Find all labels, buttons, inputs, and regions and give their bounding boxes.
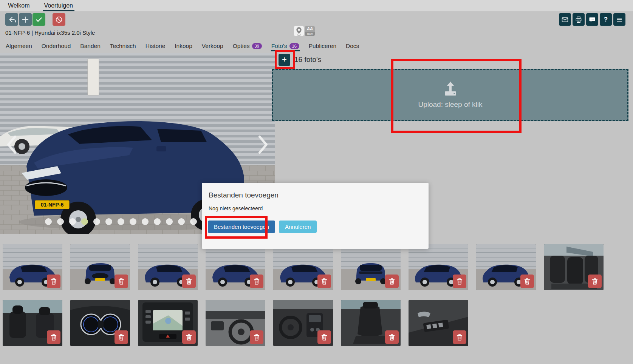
tab-welkom[interactable]: Welkom <box>6 0 31 11</box>
delete-photo-button[interactable] <box>115 275 128 288</box>
tab-technisch[interactable]: Technisch <box>110 41 136 51</box>
carousel-dot[interactable] <box>142 218 149 225</box>
delete-photo-button[interactable] <box>317 275 331 288</box>
tab-verkoop[interactable]: Verkoop <box>201 41 224 51</box>
location-pin-icon[interactable] <box>294 26 304 36</box>
add-files-button[interactable]: Bestanden toevoegen <box>208 221 275 233</box>
menu-icon <box>616 16 623 23</box>
photo-thumbnail-ext-rear-angle-right[interactable] <box>409 244 468 290</box>
tab-docs[interactable]: Docs <box>345 41 359 51</box>
tab-label: Foto's <box>271 43 287 49</box>
photo-thumbnail-ext-rear[interactable] <box>341 244 401 290</box>
delete-photo-button[interactable] <box>250 275 263 288</box>
print-button[interactable] <box>573 13 585 26</box>
photo-thumbnail-int-gauges[interactable] <box>70 300 130 346</box>
trash-icon <box>185 333 193 341</box>
upload-label: Upload: sleep of klik <box>418 100 482 109</box>
delete-photo-button[interactable] <box>385 330 399 344</box>
carousel-dot[interactable] <box>81 218 88 225</box>
photo-thumbnail-ext-angle-left[interactable] <box>206 244 265 290</box>
photo-thumbnail-int-nav[interactable] <box>138 300 198 346</box>
plus-icon: + <box>282 55 287 64</box>
trash-icon <box>50 277 58 285</box>
trash-icon <box>50 333 58 341</box>
photo-thumbnail-int-dash[interactable] <box>206 300 265 346</box>
photo-thumbnail-int-front-seats[interactable] <box>3 300 62 346</box>
upload-icon <box>442 81 459 97</box>
carousel-dot[interactable] <box>130 218 136 225</box>
photo-thumbnail-int-console[interactable] <box>273 300 333 346</box>
tab-label: Historie <box>145 43 166 49</box>
tab-foto-s[interactable]: Foto's16 <box>271 41 300 51</box>
aa-team-text: AA <box>305 26 315 32</box>
trash-icon <box>455 277 464 285</box>
carousel-dot[interactable] <box>45 218 52 225</box>
photo-thumbnail-ext-rear-angle-left[interactable] <box>273 244 333 290</box>
carousel-dot[interactable] <box>154 218 161 225</box>
photo-thumbnail-ext-angle-left[interactable] <box>3 244 62 290</box>
trash-icon <box>320 333 328 341</box>
carousel-dot[interactable] <box>166 218 173 225</box>
delete-photo-button[interactable] <box>182 330 196 344</box>
tab-welkom-label: Welkom <box>8 2 30 9</box>
delete-photo-button[interactable] <box>182 275 196 288</box>
delete-photo-button[interactable] <box>520 275 534 288</box>
add-files-dialog: Bestanden toevoegen Nog niets geselectee… <box>202 183 429 249</box>
tab-publiceren[interactable]: Publiceren <box>308 41 337 51</box>
carousel-dot[interactable] <box>69 218 76 225</box>
delete-photo-button[interactable] <box>250 330 263 344</box>
aa-team-subtext: team <box>305 32 315 36</box>
delete-photo-button[interactable] <box>588 275 602 288</box>
tab-label: Banden <box>80 43 100 49</box>
cancel-button[interactable]: Annuleren <box>279 221 317 233</box>
tab-label: Technisch <box>110 43 136 49</box>
delete-photo-button[interactable] <box>385 275 399 288</box>
delete-photo-button[interactable] <box>47 330 60 344</box>
aa-team-icon[interactable]: AA team <box>305 26 315 36</box>
carousel-dot[interactable] <box>178 218 185 225</box>
photo-thumbnail-ext-side-left[interactable] <box>138 244 198 290</box>
thumbnail-row-2 <box>3 300 468 346</box>
carousel-dot[interactable] <box>190 218 197 225</box>
mail-button[interactable] <box>559 13 571 26</box>
help-button[interactable]: ? <box>600 13 612 26</box>
carousel-dot[interactable] <box>118 218 124 225</box>
trash-icon <box>117 333 125 341</box>
tab-opties[interactable]: Opties39 <box>232 41 262 51</box>
tab-badge: 16 <box>289 43 299 49</box>
carousel-dot[interactable] <box>93 218 100 225</box>
tab-historie[interactable]: Historie <box>145 41 166 51</box>
menu-button[interactable] <box>613 13 625 26</box>
tab-banden[interactable]: Banden <box>80 41 101 51</box>
photo-thumbnail-int-seat[interactable] <box>341 300 401 346</box>
delete-photo-button[interactable] <box>47 275 60 288</box>
back-icon <box>7 15 16 24</box>
carousel-dot[interactable] <box>105 218 112 225</box>
delete-photo-button[interactable] <box>115 330 128 344</box>
trash-icon <box>455 333 464 341</box>
block-button[interactable] <box>53 13 65 26</box>
photo-thumbnail-int-door[interactable] <box>409 300 468 346</box>
back-button[interactable] <box>5 13 18 26</box>
add-vehicle-button[interactable] <box>19 13 32 26</box>
tab-badge: 39 <box>252 43 262 49</box>
photo-thumbnail-ext-angle-right[interactable] <box>476 244 536 290</box>
tab-voertuigen[interactable]: Voertuigen <box>43 0 75 11</box>
add-photo-button[interactable]: + <box>279 54 290 66</box>
tab-algemeen[interactable]: Algemeen <box>5 41 33 51</box>
delete-photo-button[interactable] <box>453 330 466 344</box>
photo-thumbnail-int-rear-seats[interactable] <box>544 244 604 290</box>
delete-photo-button[interactable] <box>453 275 466 288</box>
tab-onderhoud[interactable]: Onderhoud <box>41 41 71 51</box>
trash-icon <box>388 277 396 285</box>
tab-inkoop[interactable]: Inkoop <box>174 41 193 51</box>
photo-thumbnail-ext-front[interactable] <box>70 244 130 290</box>
trash-icon <box>388 333 396 341</box>
plus-icon <box>21 15 29 24</box>
delete-photo-button[interactable] <box>317 330 331 344</box>
confirm-button[interactable] <box>33 13 45 26</box>
upload-dropzone[interactable]: Upload: sleep of klik <box>272 69 628 121</box>
carousel-dot[interactable] <box>57 218 64 225</box>
tab-label: Opties <box>233 43 250 49</box>
chat-button[interactable] <box>586 13 598 26</box>
